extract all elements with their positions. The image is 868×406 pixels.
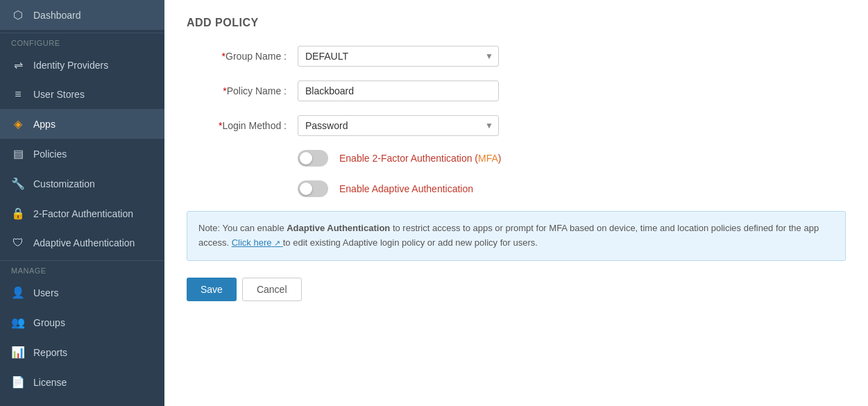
sidebar-item-dashboard[interactable]: ⬡ Dashboard: [0, 0, 164, 30]
click-here-label: Click here: [232, 237, 272, 248]
sidebar-item-license[interactable]: 📄 License: [0, 367, 164, 397]
sidebar-item-policies[interactable]: ▤ Policies: [0, 139, 164, 169]
sidebar-item-label: Dashboard: [33, 10, 81, 21]
2fa-toggle-label: Enable 2-Factor Authentication (MFA): [339, 153, 501, 164]
adaptive-auth-toggle[interactable]: [298, 180, 328, 197]
sidebar-item-label: Groups: [33, 317, 65, 328]
policy-name-row: *Policy Name :: [187, 81, 846, 101]
info-bold-text: Adaptive Authentication: [287, 223, 390, 233]
apps-icon: ◈: [11, 117, 25, 130]
sidebar-item-label: 2-Factor Authentication: [33, 208, 133, 219]
reports-icon: 📊: [11, 346, 25, 359]
sidebar-section-manage: Manage: [0, 260, 164, 278]
group-name-row: *Group Name : DEFAULT Group A Group B ▼: [187, 46, 846, 67]
form-buttons: Save Cancel: [187, 278, 846, 301]
login-method-row: *Login Method : Password Certificate TOT…: [187, 115, 846, 136]
adaptive-auth-toggle-slider: [298, 180, 328, 197]
sidebar-item-adaptive-auth[interactable]: 🛡 Adaptive Authentication: [0, 228, 164, 257]
policy-name-label: *Policy Name :: [187, 85, 298, 96]
main-content: ADD POLICY *Group Name : DEFAULT Group A…: [164, 0, 868, 406]
groups-icon: 👥: [11, 316, 25, 329]
2fa-toggle[interactable]: [298, 150, 328, 167]
identity-providers-icon: ⇌: [11, 58, 25, 71]
sidebar: ⬡ Dashboard Configure ⇌ Identity Provide…: [0, 0, 164, 406]
adaptive-auth-toggle-label: Enable Adaptive Authentication: [339, 183, 473, 194]
login-method-select-wrap: Password Certificate TOTP ▼: [298, 115, 499, 136]
external-link-icon: ↗: [274, 239, 280, 247]
page-title: ADD POLICY: [187, 17, 846, 29]
2fa-toggle-row: Enable 2-Factor Authentication (MFA): [187, 150, 846, 167]
sidebar-item-groups[interactable]: 👥 Groups: [0, 307, 164, 337]
sidebar-item-label: User Stores: [33, 89, 85, 100]
save-button[interactable]: Save: [187, 278, 237, 301]
2fa-icon: 🔒: [11, 207, 25, 220]
license-icon: 📄: [11, 375, 25, 389]
sidebar-item-label: Customization: [33, 178, 95, 189]
users-icon: 👤: [11, 286, 25, 299]
login-method-label: *Login Method :: [187, 120, 298, 131]
sidebar-item-label: License: [33, 377, 67, 388]
info-box: Note: You can enable Adaptive Authentica…: [187, 211, 846, 261]
group-name-select[interactable]: DEFAULT Group A Group B: [298, 46, 499, 67]
2fa-toggle-slider: [298, 150, 328, 167]
sidebar-item-label: Reports: [33, 347, 67, 358]
cancel-button[interactable]: Cancel: [242, 278, 302, 301]
sidebar-section-configure: Configure: [0, 33, 164, 50]
adaptive-auth-icon: 🛡: [11, 237, 25, 249]
sidebar-item-user-stores[interactable]: ≡ User Stores: [0, 80, 164, 109]
login-method-select[interactable]: Password Certificate TOTP: [298, 115, 499, 136]
info-text-end: to edit existing Adaptive login policy o…: [283, 237, 538, 248]
user-stores-icon: ≡: [11, 88, 25, 101]
sidebar-item-label: Users: [33, 287, 59, 298]
sidebar-item-apps[interactable]: ◈ Apps: [0, 109, 164, 139]
sidebar-item-users[interactable]: 👤 Users: [0, 278, 164, 307]
mfa-label: MFA: [478, 153, 498, 164]
sidebar-item-2fa[interactable]: 🔒 2-Factor Authentication: [0, 198, 164, 228]
sidebar-item-reports[interactable]: 📊 Reports: [0, 337, 164, 367]
policies-icon: ▤: [11, 147, 25, 160]
group-name-select-wrap: DEFAULT Group A Group B ▼: [298, 46, 499, 67]
sidebar-item-customization[interactable]: 🔧 Customization: [0, 169, 164, 198]
adaptive-auth-toggle-row: Enable Adaptive Authentication: [187, 180, 846, 197]
policy-name-input[interactable]: [298, 81, 499, 101]
click-here-link[interactable]: Click here ↗: [232, 237, 283, 248]
sidebar-item-label: Policies: [33, 149, 67, 160]
sidebar-item-label: Adaptive Authentication: [33, 237, 135, 248]
sidebar-item-identity-providers[interactable]: ⇌ Identity Providers: [0, 50, 164, 80]
sidebar-item-label: Apps: [33, 119, 56, 130]
info-text-prefix: Note: You can enable: [198, 223, 287, 233]
customization-icon: 🔧: [11, 177, 25, 190]
sidebar-item-label: Identity Providers: [33, 60, 108, 71]
group-name-label: *Group Name :: [187, 51, 298, 62]
dashboard-icon: ⬡: [11, 8, 25, 22]
